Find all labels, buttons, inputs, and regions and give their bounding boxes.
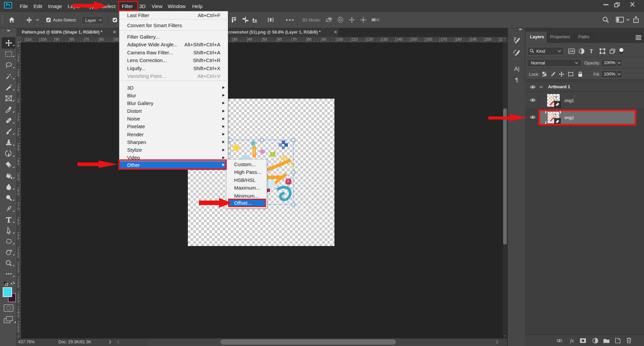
svg-text:T: T [590,49,593,54]
svg-text:fx: fx [570,338,574,343]
